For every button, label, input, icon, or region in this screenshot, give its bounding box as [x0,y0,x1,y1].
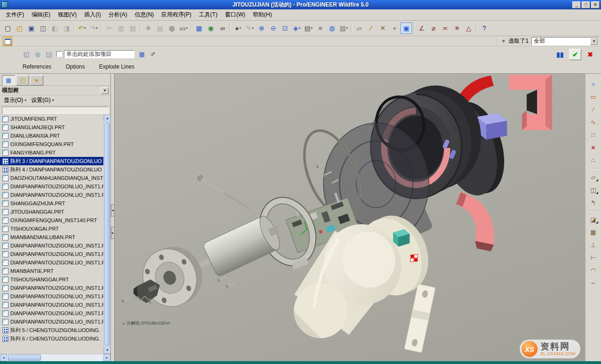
find[interactable]: ◎ [166,23,178,34]
panel-splitter[interactable] [111,74,115,361]
reference-collector-field[interactable]: 单击此处添加项目 [64,50,134,58]
part-bracket-plate[interactable] [404,284,436,353]
tree-item[interactable]: DIANPIANPANTOUZIGONLUO_INST1.P [0,284,103,292]
point-grid-tool[interactable]: ∷ [587,129,600,140]
tree-item[interactable]: DIANPIANPANTOUZIGONLUO_INST1.P [0,301,103,309]
tree-item[interactable]: 阵列 3 / DIANPIANPANTOUZIGONLUO [0,157,103,165]
zoom-out[interactable]: ⊖ [267,23,279,34]
layer-display[interactable]: ▦ [193,23,205,34]
appearance[interactable]: ✎ [244,23,256,34]
erase-not-displayed[interactable]: ◧ [49,23,61,34]
tree-item[interactable]: JITOUMIFENG.PRT [0,115,103,123]
tree-item[interactable]: SHANGGAIZHIJIA.PRT [0,199,103,208]
model-display[interactable]: ▧ [338,23,350,34]
tree-item[interactable]: SHANGLIANJIEQI.PRT [0,123,103,132]
minimize-button[interactable]: _ [572,1,581,8]
symbol-display-toggle[interactable]: ✳ [451,23,463,34]
tree-item[interactable]: DIANLUBANXIA.PRT [0,132,103,140]
tree-item[interactable]: DIANPIANPANTOUZIGONLUO_INST1.P [0,292,103,301]
part-long-screw[interactable] [197,175,251,211]
move-line-tool[interactable]: ↰ [587,197,600,208]
copy[interactable]: ▥ [115,23,127,34]
tree-horizontal-scrollbar[interactable] [0,354,110,361]
datum-axes-toggle[interactable]: ∕ [365,23,377,34]
tab-references[interactable]: References [23,63,51,70]
menu-info[interactable]: 信息(N) [131,9,158,20]
edit-position-icon[interactable]: ◲ [43,49,55,59]
scroll-up-button[interactable] [104,115,110,122]
select-filter[interactable]: ▭ [178,23,189,34]
tree-item[interactable]: DIANPIANPANTOUZIGONLUO_INST1.P [0,250,103,258]
spin-center[interactable]: ◍ [326,23,338,34]
regenerate[interactable]: ✱ [142,23,154,34]
menu-view[interactable]: 视图(V) [54,9,80,20]
redo[interactable]: ↷ [88,23,100,34]
mirror-line-tool[interactable]: ◫ [587,184,600,195]
tree-item[interactable]: DIANPIANPANTOUZIGONLUO_INST1.P [0,258,103,267]
open-file[interactable]: ◰ [14,23,25,34]
maximize-button[interactable]: □ [582,1,590,8]
reorient[interactable]: ◈ [291,23,303,34]
datum-tag-display-toggle[interactable]: △ [463,23,475,34]
menu-window[interactable]: 窗口(W) [221,9,249,20]
model-tree-tab[interactable]: ▦ [2,75,15,85]
tolerance-display-toggle[interactable]: ⌀ [428,23,439,34]
tree-item[interactable]: MIANBANTIE.PRT [0,267,103,275]
part-pink-arm[interactable] [456,192,494,251]
tree-item[interactable]: DIANPIANPANTOUZIGONLUO_INST1.P [0,241,103,250]
curve-line-tool[interactable]: ∽ [587,277,600,288]
point-set-tool[interactable]: ∴ [587,155,600,166]
tree-item[interactable]: FANGYIBANG.PRT [0,148,103,157]
part-purple-block[interactable] [477,113,507,139]
tree-item[interactable]: 阵列 4 / DIANPIANPANTOUZIGONLUO [0,165,103,174]
menu-edit[interactable]: 编辑(E) [28,9,54,20]
tree-vertical-scrollbar[interactable] [103,115,110,354]
default-explode-line-tool[interactable]: ≈ [587,78,600,90]
tree-item[interactable]: OXINGMIFENGQUAN.PRT [0,140,103,148]
trim-line-tool[interactable]: ⊢ [587,252,600,263]
shading-mode[interactable]: ● [232,23,244,34]
cancel-button[interactable]: ✖ [584,49,596,60]
menu-applications[interactable]: 应用程序(P) [157,9,195,20]
tree-item[interactable]: 阵列 5 / CHENGTOUZIGONLUODING. [0,326,103,334]
menu-insert[interactable]: 插入(I) [80,9,104,20]
menu-help[interactable]: 帮助(H) [249,9,276,20]
chevron-down-icon[interactable]: ▾ [590,38,598,45]
refit[interactable]: ⊡ [279,23,291,34]
scrollbar-thumb[interactable] [104,123,110,346]
csys-toggle[interactable]: + [389,23,400,34]
sketch-polyline-tool[interactable]: ∿ [587,116,600,128]
tree-item[interactable]: JITOUSHANGGAI.PRT [0,208,103,216]
note-display-toggle[interactable]: ≍ [439,23,451,34]
layer-list[interactable]: ≡ [314,23,326,34]
tab-explode-lines[interactable]: Explode Lines [99,63,134,70]
offset-line-tool[interactable]: ▱ [587,171,600,183]
close-button[interactable]: ✕ [591,1,600,8]
paste[interactable]: ▨ [127,23,139,34]
part-pink-bracket[interactable] [509,75,552,130]
saved-views[interactable]: ▤ [303,23,314,34]
sketch-rect-tool[interactable]: ▭ [587,91,600,102]
tree-item[interactable]: TISHOUSHANGGAI.PRT [0,275,103,284]
tree-item[interactable]: DAOZHOUTANHUANGDIANQUA_INSTG [0,174,103,182]
tree-item[interactable]: DIANPIANPANTOUZIGONLUO_INST1.P [0,309,103,318]
close-window[interactable]: ◨ [61,23,72,34]
tree-item[interactable]: TISHOUXIAGAI.PRT [0,225,103,233]
menu-analysis[interactable]: 分析(A) [105,9,131,20]
tree-settings-button[interactable]: 设置(G) [31,96,54,104]
cut[interactable]: ✂ [103,23,115,34]
tree-item[interactable]: DIANPIANPANTOUZIGONLUO_INST1.P [0,318,103,326]
tree-item[interactable]: OXINGMIFENGQUAN_INST140.PRT [0,216,103,225]
favorites-tab[interactable]: ★ [30,75,43,85]
eyedropper-icon[interactable]: ✐ [148,49,159,59]
expand-tree-button[interactable] [111,227,115,239]
motion-reference-icon[interactable]: ▦ [136,49,148,59]
undo[interactable]: ↶ [76,23,88,34]
tab-options[interactable]: Options [65,63,85,70]
collapse-tree-button[interactable] [111,204,115,217]
part-mount-flange[interactable] [134,239,211,315]
scroll-left-button[interactable] [0,354,7,361]
pause-button[interactable]: ▮▮ [554,49,566,60]
collector-checkbox[interactable] [56,51,62,57]
scrollbar-thumb[interactable] [8,355,41,361]
